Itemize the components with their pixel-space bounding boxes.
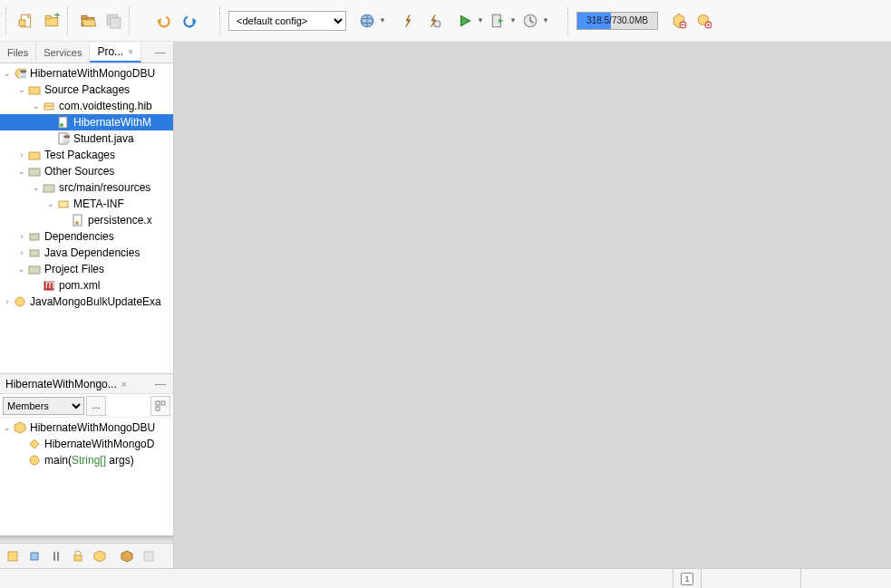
- stop-indexing-button[interactable]: [692, 9, 716, 33]
- toolbar-separator: [567, 7, 573, 34]
- new-file-button[interactable]: [15, 9, 38, 33]
- package-folder-icon: [27, 82, 42, 97]
- svg-text:☕: ☕: [17, 67, 26, 79]
- maven-icon: m: [42, 278, 56, 293]
- expand-icon[interactable]: ›: [2, 297, 13, 306]
- dropdown-arrow-icon[interactable]: ▼: [542, 16, 549, 24]
- svg-point-55: [30, 456, 39, 465]
- svg-point-43: [75, 221, 79, 225]
- expand-icon[interactable]: ⌄: [45, 199, 56, 208]
- project-icon: [13, 294, 27, 309]
- sort-button[interactable]: [117, 546, 137, 566]
- toolbar-separator: [67, 7, 73, 34]
- expand-icon[interactable]: ›: [16, 232, 27, 241]
- expand-icon[interactable]: ⌄: [16, 265, 27, 274]
- memory-indicator[interactable]: 318.5/730.0MB: [576, 12, 658, 30]
- svg-rect-60: [74, 555, 82, 561]
- svg-text:m: m: [45, 279, 54, 291]
- undo-button[interactable]: [152, 9, 176, 33]
- browser-button[interactable]: [355, 9, 379, 33]
- svg-marker-17: [461, 15, 470, 25]
- svg-point-49: [15, 297, 24, 306]
- tree-file[interactable]: ☕Student.java: [0, 130, 173, 147]
- expand-icon[interactable]: ⌄: [31, 183, 42, 192]
- status-bar: 1: [0, 568, 891, 588]
- navigator-filter-button[interactable]: …: [86, 396, 106, 416]
- svg-text:+: +: [53, 13, 60, 22]
- debug-button[interactable]: [486, 9, 509, 33]
- svg-rect-45: [30, 250, 39, 256]
- run-button[interactable]: [453, 9, 477, 33]
- expand-icon[interactable]: ›: [16, 150, 27, 159]
- run-config-select[interactable]: <default config>: [228, 11, 346, 31]
- svg-rect-57: [31, 553, 38, 560]
- tree-file-selected[interactable]: HibernateWithM: [0, 114, 173, 130]
- project-tabs: Files Services Pro... × —: [0, 42, 173, 63]
- notifications-button[interactable]: 1: [673, 569, 701, 588]
- svg-marker-61: [94, 551, 105, 562]
- toolbar-separator: [129, 7, 134, 34]
- svg-rect-10: [111, 17, 121, 27]
- open-project-button[interactable]: [76, 9, 100, 33]
- expand-icon[interactable]: ⌄: [16, 85, 27, 94]
- svg-marker-62: [121, 551, 132, 562]
- navigator-panel: HibernateWithMongo... × — Members … ⌄Hib…: [0, 373, 173, 568]
- toolbar-separator: [219, 7, 225, 34]
- minimize-icon[interactable]: —: [148, 378, 173, 390]
- expand-icon[interactable]: ⌄: [2, 69, 13, 78]
- dependencies-icon: [27, 229, 42, 244]
- svg-rect-59: [57, 552, 59, 561]
- package-icon: [42, 99, 56, 113]
- project-icon: ☕: [13, 66, 27, 81]
- show-inherited-button[interactable]: [3, 546, 23, 566]
- profile-button[interactable]: [518, 9, 542, 33]
- navigator-view-select[interactable]: Members: [3, 397, 84, 415]
- java-class-icon: [56, 115, 71, 130]
- svg-rect-28: [707, 24, 709, 25]
- build-button[interactable]: [397, 9, 421, 33]
- svg-marker-8: [82, 19, 96, 25]
- class-icon: [13, 420, 27, 435]
- navigator-tab[interactable]: HibernateWithMongo... ×: [0, 376, 132, 392]
- svg-point-16: [434, 21, 441, 27]
- pause-indexing-button[interactable]: [667, 9, 691, 33]
- show-fields-button[interactable]: [24, 546, 44, 566]
- svg-rect-44: [30, 234, 39, 240]
- tab-services[interactable]: Services: [36, 44, 90, 61]
- svg-rect-46: [29, 266, 40, 274]
- java-class-icon: ☕: [56, 131, 71, 146]
- show-non-public-button[interactable]: [68, 546, 88, 566]
- dropdown-arrow-icon[interactable]: ▼: [379, 16, 386, 24]
- project-tree[interactable]: ⌄☕HibernateWithMongoDBU ⌄Source Packages…: [0, 63, 173, 373]
- tab-projects[interactable]: Pro... ×: [90, 43, 141, 63]
- redo-button[interactable]: [178, 9, 201, 33]
- folder-icon: [42, 180, 56, 195]
- navigator-tree[interactable]: ⌄HibernateWithMongoDBU HibernateWithMong…: [0, 418, 173, 535]
- minimize-icon[interactable]: —: [148, 46, 173, 59]
- status-cell: [701, 569, 800, 588]
- svg-point-35: [60, 123, 63, 127]
- expand-icon[interactable]: ›: [16, 248, 27, 257]
- dropdown-arrow-icon[interactable]: ▼: [509, 16, 517, 24]
- package-icon: [56, 197, 71, 211]
- svg-rect-56: [8, 552, 17, 561]
- svg-rect-38: [29, 152, 40, 159]
- close-icon[interactable]: ×: [121, 380, 127, 390]
- clean-build-button[interactable]: [422, 9, 446, 33]
- filter-button[interactable]: [139, 546, 159, 566]
- show-inner-button[interactable]: [90, 546, 110, 566]
- new-project-button[interactable]: +: [40, 9, 63, 33]
- panel-divider[interactable]: [0, 535, 173, 543]
- svg-rect-63: [144, 552, 153, 561]
- tab-files[interactable]: Files: [0, 44, 36, 61]
- show-static-button[interactable]: [46, 546, 66, 566]
- expand-icon[interactable]: ⌄: [2, 423, 13, 432]
- close-icon[interactable]: ×: [128, 47, 133, 57]
- dropdown-arrow-icon[interactable]: ▼: [477, 16, 484, 24]
- svg-rect-7: [82, 15, 87, 18]
- expand-icon[interactable]: ⌄: [31, 101, 42, 111]
- editor-area: [174, 42, 891, 568]
- expand-icon[interactable]: ⌄: [16, 167, 27, 176]
- save-all-button[interactable]: [102, 9, 125, 33]
- navigator-settings-button[interactable]: [150, 396, 170, 416]
